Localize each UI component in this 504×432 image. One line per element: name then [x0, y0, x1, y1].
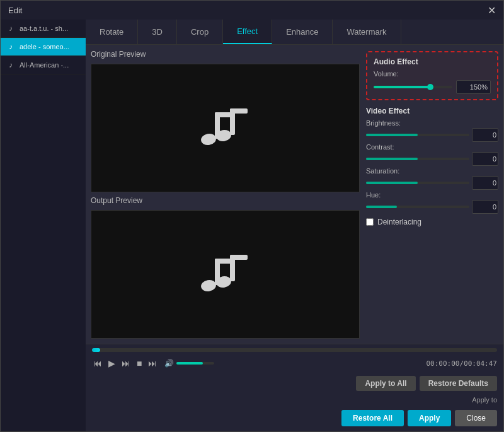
controls-row: ⏮ ▶ ⏭ ■ ⏭ 🔊 00:00:00/00:04:47 — [86, 354, 503, 373]
svg-rect-7 — [230, 255, 248, 260]
tab-crop[interactable]: Crop — [177, 20, 223, 44]
apply-to-label: Apply to — [472, 396, 497, 404]
music-note-icon — [197, 100, 254, 156]
footer-buttons: Restore All Apply Close — [86, 406, 503, 431]
video-effect-section: Video Effect Brightness: — [366, 104, 498, 339]
sidebar: ♪aa-t.a.t.u. - sh...♪adele - someo...♪Al… — [1, 20, 86, 431]
sidebar-item-0[interactable]: ♪aa-t.a.t.u. - sh... — [1, 20, 86, 38]
original-preview-label: Original Preview — [91, 50, 360, 59]
play-button[interactable]: ▶ — [107, 357, 117, 370]
restore-defaults-button[interactable]: Restore Defaults — [420, 376, 497, 391]
window-title: Edit — [8, 6, 22, 15]
audio-effect-box: Audio Effect Volume: — [366, 51, 498, 100]
progress-bar-track[interactable] — [92, 348, 497, 352]
audio-effect-title: Audio Effect — [374, 57, 491, 66]
title-bar: Edit ✕ — [1, 1, 503, 20]
action-buttons-row: Apply to All Restore Defaults — [86, 373, 503, 395]
deinterlacing-label: Deinterlacing — [377, 218, 421, 226]
tab-enhance[interactable]: Enhance — [272, 20, 333, 44]
hue-label: Hue: — [366, 191, 407, 199]
sidebar-item-label: aa-t.a.t.u. - sh... — [20, 25, 68, 32]
volume-icon: 🔊 — [164, 359, 174, 368]
volume-control: 🔊 — [164, 359, 214, 368]
apply-to-all-button[interactable]: Apply to All — [356, 376, 415, 391]
window-close-button[interactable]: ✕ — [488, 4, 496, 16]
bottom-section: ⏮ ▶ ⏭ ■ ⏭ 🔊 00:00:00/00:04:47 Apply — [86, 344, 503, 431]
sidebar-music-icon: ♪ — [6, 60, 16, 70]
time-display: 00:00:00/00:04:47 — [426, 359, 497, 368]
progress-bar-area — [86, 344, 503, 354]
contrast-label: Contrast: — [366, 143, 407, 151]
contrast-input[interactable] — [472, 152, 498, 166]
progress-bar-fill — [92, 348, 100, 352]
sidebar-music-icon: ♪ — [6, 23, 16, 33]
brightness-label: Brightness: — [366, 119, 407, 127]
tab-watermark[interactable]: Watermark — [333, 20, 401, 44]
deinterlacing-checkbox[interactable] — [366, 218, 374, 226]
tab-effect[interactable]: Effect — [223, 20, 272, 44]
restore-all-button[interactable]: Restore All — [341, 410, 404, 426]
end-button[interactable]: ⏭ — [147, 357, 158, 370]
sidebar-music-icon: ♪ — [6, 42, 16, 52]
preview-panel: Original Preview — [91, 50, 360, 339]
main-panel: Rotate3DCropEffectEnhanceWatermark Origi… — [86, 20, 503, 431]
volume-slider[interactable] — [374, 83, 452, 91]
main-content: Original Preview — [86, 45, 503, 344]
volume-fill — [176, 362, 203, 365]
output-preview-label: Output Preview — [91, 196, 360, 205]
volume-track[interactable] — [176, 362, 214, 365]
music-note-icon-2 — [197, 246, 254, 303]
skip-forward-button[interactable]: ⏭ — [120, 357, 132, 370]
output-preview-video — [91, 210, 360, 339]
content-area: ♪aa-t.a.t.u. - sh...♪adele - someo...♪Al… — [1, 20, 503, 431]
hue-slider[interactable] — [366, 202, 469, 211]
apply-to-row: Apply to — [86, 395, 503, 406]
contrast-slider[interactable] — [366, 155, 469, 163]
skip-back-button[interactable]: ⏮ — [92, 357, 103, 370]
svg-point-5 — [200, 132, 217, 146]
edit-window: Edit ✕ ♪aa-t.a.t.u. - sh...♪adele - some… — [0, 0, 504, 432]
sidebar-item-2[interactable]: ♪All-American -... — [1, 56, 86, 74]
tab-rotate[interactable]: Rotate — [86, 20, 138, 44]
hue-input[interactable] — [472, 200, 498, 214]
saturation-label: Saturation: — [366, 167, 407, 175]
sidebar-item-label: All-American -... — [20, 61, 69, 69]
right-panel: Audio Effect Volume: — [366, 50, 498, 339]
svg-point-11 — [200, 279, 217, 293]
deinterlace-row: Deinterlacing — [366, 218, 498, 226]
original-preview-video — [91, 64, 360, 192]
volume-label: Volume: — [374, 70, 416, 78]
tab-3d[interactable]: 3D — [138, 20, 177, 44]
svg-rect-1 — [230, 108, 248, 114]
apply-button[interactable]: Apply — [408, 410, 451, 426]
tabs-bar: Rotate3DCropEffectEnhanceWatermark — [86, 20, 503, 45]
volume-input[interactable] — [456, 80, 491, 94]
brightness-input[interactable] — [472, 128, 498, 142]
brightness-slider[interactable] — [366, 131, 469, 139]
svg-rect-4 — [215, 112, 232, 117]
stop-button[interactable]: ■ — [135, 357, 143, 370]
sidebar-item-1[interactable]: ♪adele - someo... — [1, 38, 86, 56]
svg-rect-10 — [215, 259, 232, 264]
sidebar-item-label: adele - someo... — [20, 43, 69, 50]
video-effect-title: Video Effect — [366, 107, 498, 115]
close-button[interactable]: Close — [455, 410, 497, 426]
saturation-slider[interactable] — [366, 178, 469, 187]
saturation-input[interactable] — [472, 176, 498, 190]
